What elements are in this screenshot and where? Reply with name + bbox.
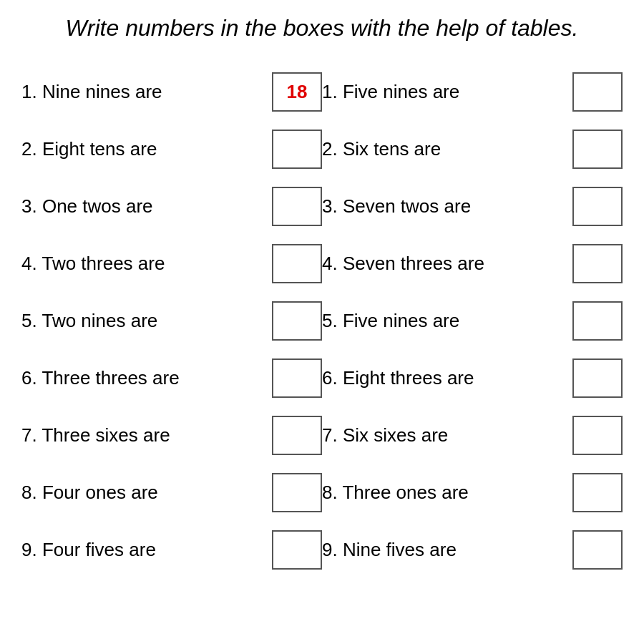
answer-box-l4[interactable] xyxy=(272,244,322,283)
answer-box-r1[interactable] xyxy=(572,72,623,112)
question-label-r7: 7. Six sixes are xyxy=(322,424,567,447)
answer-box-r2[interactable] xyxy=(572,130,623,169)
question-label-l4: 4. Two threes are xyxy=(21,253,266,275)
question-label-l5: 5. Two nines are xyxy=(21,310,266,332)
question-row: 1. Nine nines are18 xyxy=(21,63,322,120)
question-row: 2. Eight tens are xyxy=(21,120,322,177)
question-row: 1. Five nines are xyxy=(322,63,623,120)
question-label-r3: 3. Seven twos are xyxy=(322,195,567,218)
answer-box-r5[interactable] xyxy=(572,301,623,341)
question-label-l3: 3. One twos are xyxy=(21,195,266,218)
answer-box-l6[interactable] xyxy=(272,358,322,398)
answer-box-r3[interactable] xyxy=(572,187,623,226)
question-row: 6. Three threes are xyxy=(21,349,322,406)
answer-box-l7[interactable] xyxy=(272,416,322,455)
question-label-l6: 6. Three threes are xyxy=(21,367,266,389)
question-row: 3. Seven twos are xyxy=(322,177,623,235)
question-label-l1: 1. Nine nines are xyxy=(21,81,266,103)
question-label-r4: 4. Seven threes are xyxy=(322,253,567,275)
answer-box-l1[interactable]: 18 xyxy=(272,72,322,112)
question-row: 4. Two threes are xyxy=(21,235,322,292)
question-row: 5. Five nines are xyxy=(322,292,623,349)
question-row: 4. Seven threes are xyxy=(322,235,623,292)
question-label-l8: 8. Four ones are xyxy=(21,482,266,504)
answer-box-l8[interactable] xyxy=(272,473,322,512)
question-label-l7: 7. Three sixes are xyxy=(21,424,266,447)
question-row: 8. Three ones are xyxy=(322,464,623,521)
question-label-r2: 2. Six tens are xyxy=(322,138,567,160)
answer-box-l5[interactable] xyxy=(272,301,322,341)
answer-box-r8[interactable] xyxy=(572,473,623,512)
question-row: 3. One twos are xyxy=(21,177,322,235)
question-row: 9. Nine fives are xyxy=(322,521,623,578)
question-label-r5: 5. Five nines are xyxy=(322,310,567,332)
question-row: 6. Eight threes are xyxy=(322,349,623,406)
question-label-r8: 8. Three ones are xyxy=(322,482,567,504)
question-row: 7. Six sixes are xyxy=(322,406,623,464)
question-label-r9: 9. Nine fives are xyxy=(322,539,567,561)
page-title: Write numbers in the boxes with the help… xyxy=(21,14,623,42)
answer-box-l2[interactable] xyxy=(272,130,322,169)
question-label-r1: 1. Five nines are xyxy=(322,81,567,103)
questions-container: 1. Nine nines are182. Eight tens are3. O… xyxy=(21,63,623,578)
answer-box-r6[interactable] xyxy=(572,358,623,398)
answer-box-l9[interactable] xyxy=(272,530,322,570)
answer-box-r7[interactable] xyxy=(572,416,623,455)
question-row: 7. Three sixes are xyxy=(21,406,322,464)
question-label-l9: 9. Four fives are xyxy=(21,539,266,561)
answer-box-r9[interactable] xyxy=(572,530,623,570)
question-row: 9. Four fives are xyxy=(21,521,322,578)
answer-box-r4[interactable] xyxy=(572,244,623,283)
question-row: 2. Six tens are xyxy=(322,120,623,177)
answer-box-l3[interactable] xyxy=(272,187,322,226)
column-2: 1. Five nines are2. Six tens are3. Seven… xyxy=(322,63,623,578)
question-row: 8. Four ones are xyxy=(21,464,322,521)
question-label-r6: 6. Eight threes are xyxy=(322,367,567,389)
question-row: 5. Two nines are xyxy=(21,292,322,349)
question-label-l2: 2. Eight tens are xyxy=(21,138,266,160)
column-1: 1. Nine nines are182. Eight tens are3. O… xyxy=(21,63,322,578)
